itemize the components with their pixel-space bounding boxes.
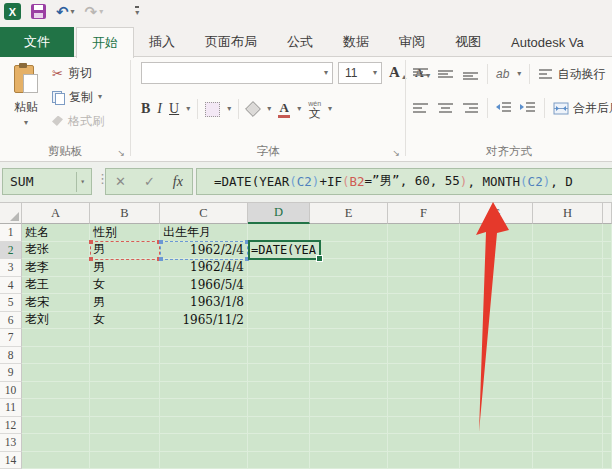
cell-E5[interactable]	[310, 294, 388, 312]
cell-A2[interactable]: 老张	[22, 242, 90, 260]
cell-A4[interactable]: 老王	[22, 277, 90, 295]
tab-file[interactable]: 文件	[0, 27, 74, 57]
cell-B6[interactable]: 女	[90, 312, 160, 330]
select-all-corner[interactable]	[0, 203, 22, 224]
cell-C1[interactable]: 出生年月	[160, 224, 248, 242]
cell-E1[interactable]	[310, 224, 388, 242]
cell-x[interactable]	[603, 224, 612, 242]
orientation-button[interactable]: ab	[496, 67, 509, 81]
cell-G12[interactable]	[460, 417, 533, 435]
row-header-1[interactable]: 1	[0, 224, 22, 242]
cell-F5[interactable]	[388, 294, 460, 312]
cell-E8[interactable]	[310, 347, 388, 365]
tab-5[interactable]: 数据	[328, 27, 384, 57]
cell-C11[interactable]	[160, 399, 248, 417]
cell-G14[interactable]	[460, 452, 533, 469]
cell-G9[interactable]	[460, 364, 533, 382]
cell-E4[interactable]	[310, 277, 388, 295]
align-right-icon[interactable]	[462, 101, 479, 115]
cell-C6[interactable]: 1965/11/2	[160, 312, 248, 330]
tab-8[interactable]: Autodesk Va	[496, 27, 599, 57]
copy-caret-icon[interactable]	[98, 93, 102, 101]
cell-F10[interactable]	[388, 382, 460, 400]
cell-H5[interactable]	[533, 294, 603, 312]
fill-handle[interactable]	[316, 255, 323, 262]
cell-G10[interactable]	[460, 382, 533, 400]
cell-H12[interactable]	[533, 417, 603, 435]
cell-A3[interactable]: 老李	[22, 259, 90, 277]
row-header-9[interactable]: 9	[0, 364, 22, 382]
column-header-C[interactable]: C	[160, 203, 248, 224]
row-header-5[interactable]: 5	[0, 294, 22, 312]
cell-G8[interactable]	[460, 347, 533, 365]
cell-D4[interactable]	[248, 277, 310, 295]
cell-B7[interactable]	[90, 329, 160, 347]
column-header-E[interactable]: E	[310, 203, 388, 224]
phonetic-button[interactable]: wén 文	[308, 100, 321, 119]
increase-indent-icon[interactable]	[520, 101, 536, 115]
paste-caret-icon[interactable]	[24, 119, 28, 127]
cell-C5[interactable]: 1963/1/8	[160, 294, 248, 312]
cell-E11[interactable]	[310, 399, 388, 417]
cell-D14[interactable]	[248, 452, 310, 469]
align-center-icon[interactable]	[437, 101, 454, 115]
tab-4[interactable]: 公式	[272, 27, 328, 57]
cell-F13[interactable]	[388, 434, 460, 452]
column-header-B[interactable]: B	[90, 203, 160, 224]
align-bottom-icon[interactable]	[462, 67, 479, 81]
save-icon[interactable]	[31, 4, 46, 19]
align-top-icon[interactable]	[412, 67, 429, 81]
orientation-caret-icon[interactable]	[517, 70, 521, 78]
cell-B5[interactable]: 男	[90, 294, 160, 312]
row-header-10[interactable]: 10	[0, 382, 22, 400]
row-header-8[interactable]: 8	[0, 347, 22, 365]
cell-G5[interactable]	[460, 294, 533, 312]
cancel-button[interactable]: ✕	[115, 174, 126, 189]
borders-caret-icon[interactable]	[227, 105, 231, 113]
cell-D8[interactable]	[248, 347, 310, 365]
cell-D7[interactable]	[248, 329, 310, 347]
cell-D10[interactable]	[248, 382, 310, 400]
editing-cell-D2[interactable]: =DATE(YEA	[248, 240, 321, 260]
row-header-13[interactable]: 13	[0, 434, 22, 452]
row-header-12[interactable]: 12	[0, 417, 22, 435]
cell-B13[interactable]	[90, 434, 160, 452]
cell-A5[interactable]: 老宋	[22, 294, 90, 312]
row-header-4[interactable]: 4	[0, 277, 22, 295]
bold-button[interactable]: B	[141, 101, 150, 117]
cell-C8[interactable]	[160, 347, 248, 365]
undo-button[interactable]	[56, 4, 75, 19]
cell-H2[interactable]	[533, 242, 603, 260]
align-left-icon[interactable]	[412, 101, 429, 115]
cell-E13[interactable]	[310, 434, 388, 452]
cell-C9[interactable]	[160, 364, 248, 382]
cell-F7[interactable]	[388, 329, 460, 347]
cell-H11[interactable]	[533, 399, 603, 417]
cell-x[interactable]	[603, 347, 612, 365]
cell-D11[interactable]	[248, 399, 310, 417]
cell-F11[interactable]	[388, 399, 460, 417]
cell-A11[interactable]	[22, 399, 90, 417]
fill-color-caret-icon[interactable]	[267, 105, 271, 113]
cell-F12[interactable]	[388, 417, 460, 435]
cell-x[interactable]	[603, 417, 612, 435]
insert-function-button[interactable]: fx	[173, 174, 183, 190]
cell-G6[interactable]	[460, 312, 533, 330]
merge-center-button[interactable]: 合并后居中	[553, 100, 612, 117]
column-header-A[interactable]: A	[22, 203, 90, 224]
cell-G11[interactable]	[460, 399, 533, 417]
cell-B3[interactable]: 男	[90, 259, 160, 277]
undo-caret-icon[interactable]	[71, 8, 75, 16]
cell-A12[interactable]	[22, 417, 90, 435]
cell-x[interactable]	[603, 242, 612, 260]
cell-E9[interactable]	[310, 364, 388, 382]
cell-A6[interactable]: 老刘	[22, 312, 90, 330]
cell-x[interactable]	[603, 434, 612, 452]
redo-button[interactable]	[85, 4, 104, 19]
cell-H7[interactable]	[533, 329, 603, 347]
cell-D3[interactable]	[248, 259, 310, 277]
cell-E10[interactable]	[310, 382, 388, 400]
font-dialog-launcher-icon[interactable]	[392, 148, 400, 158]
copy-button[interactable]: 复制	[52, 87, 102, 107]
cell-H9[interactable]	[533, 364, 603, 382]
